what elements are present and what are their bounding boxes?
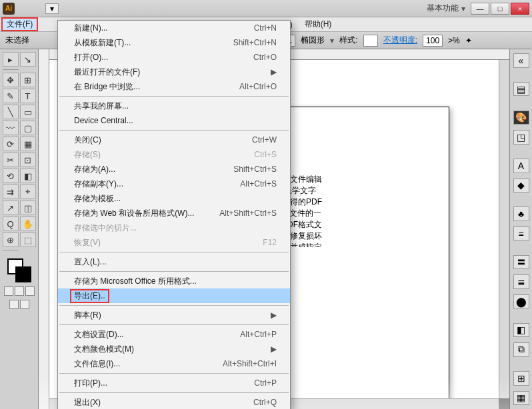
- tool-10[interactable]: ⟳: [3, 137, 19, 151]
- menu-item[interactable]: 存储为模板...: [58, 191, 290, 206]
- panel-btn-13[interactable]: ▦: [513, 391, 529, 406]
- menu-item[interactable]: 导出(E)..: [58, 288, 290, 303]
- menu-item[interactable]: 文档颜色模式(M)▶: [58, 342, 290, 356]
- close-button[interactable]: ×: [511, 3, 529, 15]
- panel-btn-12[interactable]: ⊞: [513, 371, 529, 386]
- tool-19[interactable]: ◫: [20, 201, 36, 215]
- tool-5[interactable]: T: [20, 89, 36, 103]
- menu-item[interactable]: Device Central...: [58, 113, 290, 128]
- minimize-button[interactable]: —: [471, 3, 489, 15]
- scrollbar-vertical[interactable]: [499, 60, 509, 398]
- panel-btn-7[interactable]: 〓: [513, 255, 529, 270]
- tool-6[interactable]: ╲: [3, 105, 19, 119]
- menu-item[interactable]: 存储为 Web 和设备所用格式(W)...Alt+Shift+Ctrl+S: [58, 206, 290, 220]
- panel-btn-11[interactable]: ⧉: [513, 342, 529, 357]
- panel-dock: « ▤🎨◳A◆♣≡〓≣⬤◧⧉⊞▦: [509, 49, 532, 409]
- panel-btn-1[interactable]: 🎨: [513, 111, 529, 125]
- menu-item-shortcut: Alt+Ctrl+O: [239, 82, 277, 91]
- menu-item[interactable]: 最近打开的文件(F)▶: [58, 65, 290, 79]
- opacity-field[interactable]: 100: [423, 35, 443, 47]
- none-mode-btn[interactable]: [25, 286, 35, 296]
- menu-item[interactable]: 打印(P)...Ctrl+P: [58, 376, 290, 390]
- submenu-arrow-icon: ▶: [271, 310, 277, 320]
- color-mode-btn[interactable]: [4, 286, 13, 296]
- tool-16[interactable]: ⇉: [3, 185, 19, 199]
- panel-btn-6[interactable]: ≡: [513, 226, 529, 241]
- submenu-arrow-icon: ▶: [271, 344, 277, 354]
- menu-item-shortcut: Ctrl+Q: [253, 398, 277, 407]
- menu-item[interactable]: 脚本(R)▶: [58, 308, 290, 322]
- tool-9[interactable]: ▢: [20, 121, 36, 135]
- menu-item[interactable]: 存储为(A)...Shift+Ctrl+S: [58, 162, 290, 177]
- menu-item[interactable]: 关闭(C)Ctrl+W: [58, 133, 290, 147]
- chevron-down-icon[interactable]: ▾: [330, 36, 334, 45]
- menu-file[interactable]: 文件(F): [1, 17, 38, 31]
- tool-13[interactable]: ⊡: [20, 153, 36, 167]
- panel-btn-5[interactable]: ♣: [513, 206, 529, 221]
- tool-17[interactable]: ⌖: [20, 185, 36, 199]
- tool-1[interactable]: ↘: [20, 52, 36, 67]
- file-menu-dropdown: 新建(N)...Ctrl+N从模板新建(T)...Shift+Ctrl+N打开(…: [57, 20, 291, 409]
- style-picker[interactable]: [363, 35, 378, 47]
- tool-18[interactable]: ↗: [3, 201, 19, 215]
- panel-btn-2[interactable]: ◳: [513, 130, 529, 145]
- menu-item-label: 新建(N)...: [74, 23, 254, 34]
- tool-11[interactable]: ▦: [20, 137, 36, 151]
- menu-item-label: Device Central...: [74, 116, 277, 125]
- tool-8[interactable]: 〰: [3, 121, 19, 135]
- style-label: 样式:: [339, 35, 357, 46]
- tool-7[interactable]: ▭: [20, 105, 36, 119]
- tool-23[interactable]: ⬚: [20, 232, 36, 247]
- menu-item-label: 存储副本(Y)...: [74, 179, 240, 190]
- panel-btn-3[interactable]: A: [513, 159, 529, 173]
- chevron-down-icon: ▾: [461, 4, 465, 13]
- gradient-mode-btn[interactable]: [15, 286, 24, 296]
- ruler-vertical: [39, 49, 49, 409]
- menu-item-label: 打开(O)...: [74, 52, 253, 63]
- tool-0[interactable]: ▸: [3, 52, 19, 67]
- screen-mode-btn[interactable]: [9, 300, 19, 309]
- menu-item-label: 从模板新建(T)...: [74, 37, 233, 49]
- workspace-switcher[interactable]: 基本功能: [427, 3, 459, 14]
- menu-item[interactable]: 文档设置(D)...Alt+Ctrl+P: [58, 327, 290, 342]
- screen-mode-btn-2[interactable]: [20, 300, 29, 309]
- panel-btn-4[interactable]: ◆: [513, 179, 529, 193]
- menu-item[interactable]: 存储为 Microsoft Office 所用格式...: [58, 274, 290, 288]
- tool-20[interactable]: Q: [3, 216, 19, 231]
- menu-item: 恢复(V)F12: [58, 235, 290, 250]
- opacity-label[interactable]: 不透明度:: [383, 35, 417, 46]
- menu-item-label: 置入(L)...: [74, 256, 277, 268]
- menu-item[interactable]: 打开(O)...Ctrl+O: [58, 50, 290, 65]
- menu-item[interactable]: 文件信息(I)...Alt+Shift+Ctrl+I: [58, 356, 290, 371]
- color-swatches[interactable]: [7, 258, 31, 282]
- expand-dock-icon[interactable]: «: [513, 53, 529, 68]
- more-options-icon[interactable]: ✦: [465, 36, 472, 45]
- tool-14[interactable]: ⟲: [3, 169, 19, 183]
- menu-item-label: 恢复(V): [74, 237, 263, 248]
- menu-item-label: 文档颜色模式(M): [74, 344, 271, 355]
- menu-help[interactable]: 帮助(H): [299, 17, 337, 31]
- panel-btn-9[interactable]: ⬤: [513, 294, 529, 309]
- menu-item[interactable]: 置入(L)...: [58, 254, 290, 269]
- menu-item[interactable]: 新建(N)...Ctrl+N: [58, 21, 290, 35]
- tool-3[interactable]: ⊞: [20, 73, 36, 87]
- tool-12[interactable]: ✂: [3, 153, 19, 167]
- tool-4[interactable]: ✎: [3, 89, 19, 103]
- layout-dropdown[interactable]: ▾: [45, 3, 59, 14]
- menu-item[interactable]: 共享我的屏幕...: [58, 99, 290, 113]
- menu-item[interactable]: 退出(X)Ctrl+Q: [58, 395, 290, 409]
- menu-item[interactable]: 在 Bridge 中浏览...Alt+Ctrl+O: [58, 79, 290, 94]
- tool-15[interactable]: ◧: [20, 169, 36, 183]
- panel-btn-8[interactable]: ≣: [513, 274, 529, 289]
- menu-item-label: 存储为模板...: [74, 193, 277, 204]
- menu-item[interactable]: 从模板新建(T)...Shift+Ctrl+N: [58, 35, 290, 50]
- tool-2[interactable]: ✥: [3, 73, 19, 87]
- maximize-button[interactable]: □: [491, 3, 509, 15]
- menu-item-label: 导出(E)..: [70, 289, 109, 303]
- panel-btn-10[interactable]: ◧: [513, 323, 529, 338]
- menu-item[interactable]: 存储副本(Y)...Alt+Ctrl+S: [58, 177, 290, 191]
- tool-22[interactable]: ⊕: [3, 232, 19, 247]
- tool-21[interactable]: ✋: [20, 216, 36, 231]
- panel-btn-0[interactable]: ▤: [513, 82, 529, 97]
- stroke-swatch[interactable]: [15, 266, 31, 282]
